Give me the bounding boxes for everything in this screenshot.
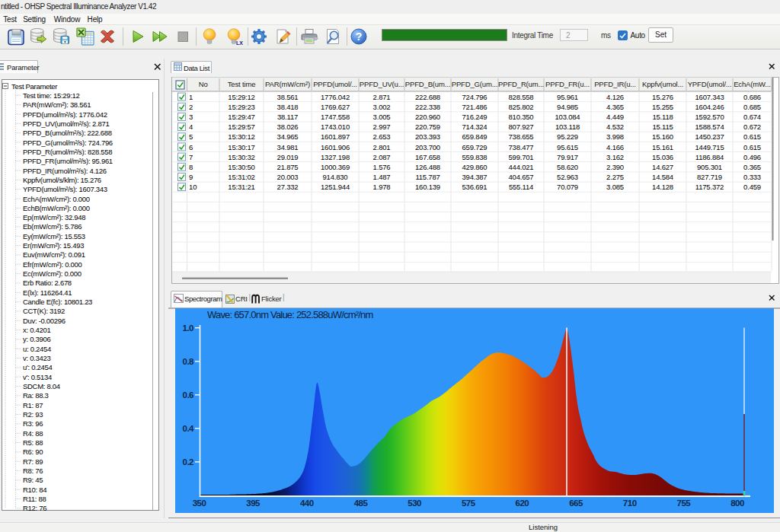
svg-text:800: 800 bbox=[730, 499, 744, 508]
svg-text:575: 575 bbox=[462, 499, 476, 508]
svg-text:0.2: 0.2 bbox=[183, 457, 194, 467]
svg-text:0.6: 0.6 bbox=[183, 390, 194, 400]
svg-text:440: 440 bbox=[300, 499, 314, 508]
svg-text:620: 620 bbox=[516, 499, 529, 508]
svg-text:395: 395 bbox=[246, 499, 261, 508]
svg-text:0.8: 0.8 bbox=[183, 357, 195, 366]
svg-text:530: 530 bbox=[408, 499, 421, 508]
svg-text:755: 755 bbox=[677, 499, 692, 508]
svg-text:Wave: 657.0nm Value: 252.588uW: Wave: 657.0nm Value: 252.588uW/cm²/nm bbox=[207, 309, 373, 320]
svg-text:1.0: 1.0 bbox=[183, 323, 194, 333]
svg-text:350: 350 bbox=[193, 499, 206, 508]
svg-text:0.4: 0.4 bbox=[183, 424, 195, 433]
svg-text:485: 485 bbox=[354, 499, 369, 508]
svg-text:710: 710 bbox=[623, 499, 637, 508]
svg-text:665: 665 bbox=[569, 499, 583, 508]
